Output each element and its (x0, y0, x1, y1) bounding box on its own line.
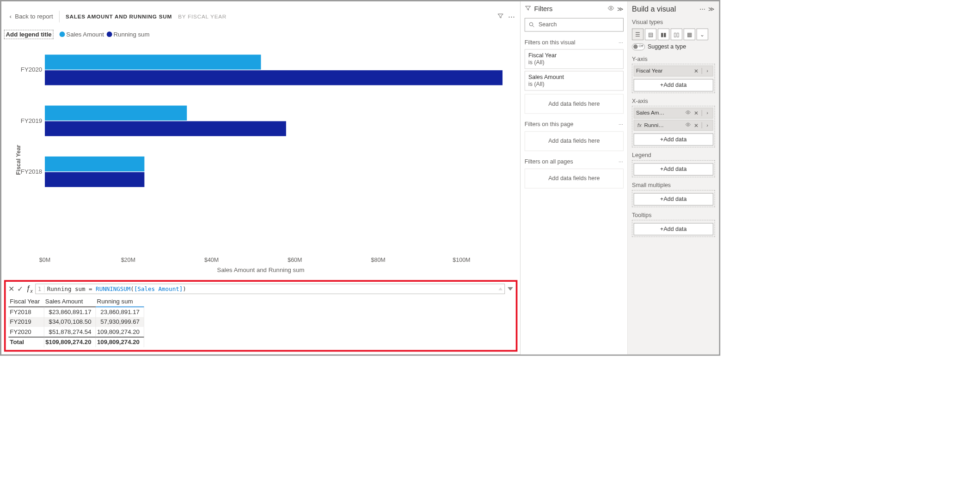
formula-text: Running sum = RUNNINGSUM([Sales Amount]) (47, 285, 186, 292)
chip-name: Runni… (644, 122, 684, 128)
well-chips[interactable]: Sales Am…✕›fxRunni…✕›+Add data (632, 106, 715, 147)
well-chips[interactable]: +Add data (632, 220, 715, 237)
bar-sales-amount[interactable] (45, 106, 187, 121)
table-row[interactable]: FY2018$23,860,891.1723,860,891.17 (8, 307, 144, 317)
chip-name: Fiscal Year (636, 68, 692, 74)
filter-field-value: is (All) (528, 81, 620, 88)
visual-type-more[interactable]: ⌄ (697, 29, 708, 40)
chip-eye-icon[interactable] (685, 122, 692, 129)
add-data-button[interactable]: +Add data (634, 133, 713, 145)
legend-swatch (107, 31, 112, 37)
filters-all-dropzone[interactable]: Add data fields here (525, 169, 624, 188)
visual-type-table[interactable]: ▦ (684, 29, 695, 40)
visual-type-stacked-bar[interactable]: ☰ (632, 29, 643, 40)
chip-remove-icon[interactable]: ✕ (693, 122, 700, 128)
table-row[interactable]: FY2020$51,878,274.54109,809,274.20 (8, 327, 144, 337)
filters-search-input[interactable]: Search (525, 18, 624, 31)
bar-running-sum[interactable] (45, 121, 286, 136)
x-tick-label: $60M (288, 257, 302, 264)
chip-chevron-icon[interactable]: › (704, 110, 711, 116)
visual-type-column[interactable]: ▮▮ (658, 29, 669, 40)
filters-visual-more-icon[interactable]: ⋯ (619, 40, 623, 45)
chip-chevron-icon[interactable]: › (704, 68, 711, 74)
fx-icon[interactable]: ƒx (26, 284, 33, 294)
filters-all-more-icon[interactable]: ⋯ (619, 159, 623, 165)
formula-expand-down-icon[interactable] (508, 287, 513, 290)
bar-sales-amount[interactable] (45, 157, 144, 171)
chip-chevron-icon[interactable]: › (704, 122, 711, 128)
x-tick-label: $20M (121, 257, 135, 264)
filter-field-name: Fiscal Year (528, 52, 620, 59)
well-chips[interactable]: +Add data (632, 190, 715, 207)
filters-title: Filters (534, 5, 552, 13)
filters-visual-title: Filters on this visual (525, 39, 576, 46)
visual-type-clustered-bar[interactable]: ▤ (645, 29, 656, 40)
visual-type-clustered-column[interactable]: ▯▯ (671, 29, 682, 40)
more-icon[interactable]: ⋯ (508, 12, 515, 21)
chevron-left-icon: ‹ (10, 13, 12, 20)
build-visual-pane: Build a visual ⋯ ≫ Visual types ☰ ▤ ▮▮ ▯… (628, 1, 719, 354)
table-header[interactable]: Fiscal Year (8, 296, 43, 307)
formula-expand-up-icon[interactable] (498, 288, 502, 290)
filters-page-title: Filters on this page (525, 121, 574, 128)
bar-sales-amount[interactable] (45, 54, 261, 69)
filters-page-dropzone[interactable]: Add data fields here (525, 131, 624, 151)
build-more-icon[interactable]: ⋯ (699, 6, 705, 13)
filters-page-more-icon[interactable]: ⋯ (619, 122, 623, 127)
field-chip[interactable]: Fiscal Year✕› (634, 66, 713, 77)
table-row[interactable]: FY2019$34,070,108.5057,930,999.67 (8, 317, 144, 327)
chip-name: Sales Am… (636, 110, 683, 116)
formula-bar: ✕ ✓ ƒx 1 Running sum = RUNNINGSUM([Sales… (8, 284, 513, 294)
add-data-button[interactable]: +Add data (634, 223, 713, 235)
y-category-label: FY2019 (8, 117, 43, 124)
chip-remove-icon[interactable]: ✕ (693, 110, 700, 116)
filter-card[interactable]: Fiscal Yearis (All) (525, 49, 624, 69)
add-data-button[interactable]: +Add data (634, 79, 713, 91)
build-collapse-icon[interactable]: ≫ (708, 6, 715, 13)
separator (59, 11, 60, 23)
field-chip[interactable]: fxRunni…✕› (634, 120, 713, 131)
filter-card[interactable]: Sales Amountis (All) (525, 71, 624, 91)
bar-running-sum[interactable] (45, 70, 502, 85)
field-chip[interactable]: Sales Am…✕› (634, 108, 713, 119)
field-well-x: X-axisSales Am…✕›fxRunni…✕›+Add data (628, 96, 719, 150)
eye-icon[interactable] (607, 5, 614, 13)
data-table: Fiscal YearSales AmountRunning sumFY2018… (8, 296, 144, 347)
filters-all-title: Filters on all pages (525, 158, 573, 165)
svg-point-1 (529, 23, 533, 26)
visual-types-label: Visual types (628, 17, 719, 27)
chip-eye-icon[interactable] (685, 109, 692, 116)
cancel-formula-button[interactable]: ✕ (8, 284, 14, 293)
commit-formula-button[interactable]: ✓ (17, 284, 23, 293)
well-label: Small multiples (632, 182, 715, 189)
formula-input[interactable]: 1 Running sum = RUNNINGSUM([Sales Amount… (36, 284, 505, 294)
plot-area: FY2020FY2019FY2018 (45, 54, 503, 255)
well-label: Legend (632, 152, 715, 159)
x-tick-label: $40M (204, 257, 219, 264)
well-chips[interactable]: Fiscal Year✕›+Add data (632, 64, 715, 93)
legend-label: Sales Amount (66, 31, 104, 38)
add-data-button[interactable]: +Add data (634, 193, 713, 205)
y-category-label: FY2020 (8, 67, 43, 73)
filter-pane-icon (525, 5, 532, 13)
legend-label: Running sum (114, 31, 150, 38)
well-label: Y-axis (632, 56, 715, 63)
bar-running-sum[interactable] (45, 172, 144, 187)
formula-line-number: 1 (38, 285, 44, 292)
x-tick-label: $100M (453, 257, 470, 264)
chart: Fiscal Year FY2020FY2019FY2018 $0M$20M$4… (1, 41, 520, 279)
back-to-report-link[interactable]: ‹ Back to report (10, 13, 53, 20)
x-axis: $0M$20M$40M$60M$80M$100M (45, 257, 503, 264)
well-chips[interactable]: +Add data (632, 160, 715, 177)
table-header[interactable]: Running sum (96, 296, 144, 307)
y-category-label: FY2018 (8, 168, 43, 175)
filters-visual-dropzone[interactable]: Add data fields here (525, 94, 624, 114)
add-data-button[interactable]: +Add data (634, 163, 713, 175)
formula-table-block: ✕ ✓ ƒx 1 Running sum = RUNNINGSUM([Sales… (4, 280, 518, 351)
table-header[interactable]: Sales Amount (44, 296, 96, 307)
filter-icon[interactable] (497, 12, 504, 21)
suggest-type-toggle[interactable]: Off (632, 43, 645, 50)
legend-title-placeholder[interactable]: Add legend title (4, 30, 54, 39)
collapse-pane-icon[interactable]: ≫ (617, 5, 624, 12)
chip-remove-icon[interactable]: ✕ (693, 68, 700, 74)
